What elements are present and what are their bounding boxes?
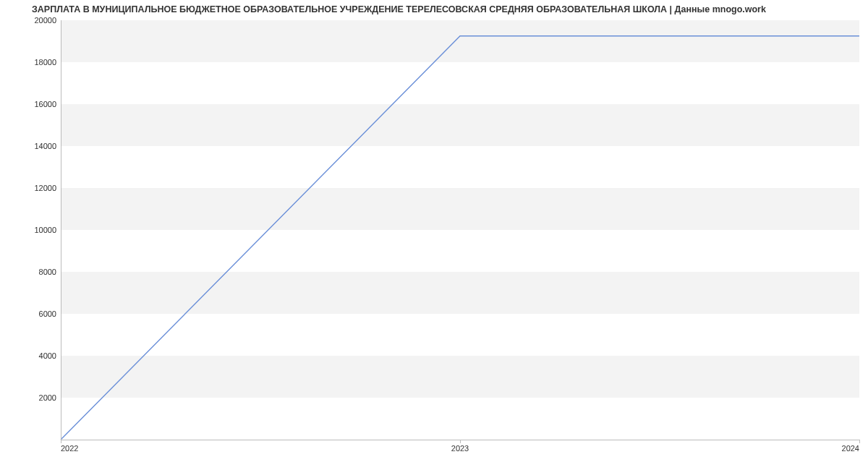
y-tick-label: 10000: [13, 226, 56, 234]
x-tick-mark: [460, 440, 461, 443]
x-tick-label: 2022: [61, 444, 78, 453]
chart-title: ЗАРПЛАТА В МУНИЦИПАЛЬНОЕ БЮДЖЕТНОЕ ОБРАЗ…: [32, 4, 766, 14]
y-tick-label: 6000: [13, 309, 56, 318]
y-tick-label: 2000: [13, 393, 56, 402]
y-tick-label: 16000: [13, 100, 56, 108]
y-tick-label: 14000: [13, 142, 56, 150]
x-tick-label: 2023: [451, 444, 469, 453]
y-axis-line: [61, 20, 61, 440]
plot-area: [61, 20, 859, 440]
y-tick-label: 18000: [13, 58, 56, 67]
y-tick-label: 4000: [13, 351, 56, 360]
y-tick-label: 8000: [13, 268, 56, 276]
x-tick-mark: [859, 440, 860, 443]
line-series: [61, 20, 859, 440]
y-tick-label: 12000: [13, 184, 56, 192]
x-tick-label: 2024: [842, 444, 859, 453]
y-tick-label: 20000: [13, 16, 56, 25]
x-tick-mark: [61, 440, 61, 443]
